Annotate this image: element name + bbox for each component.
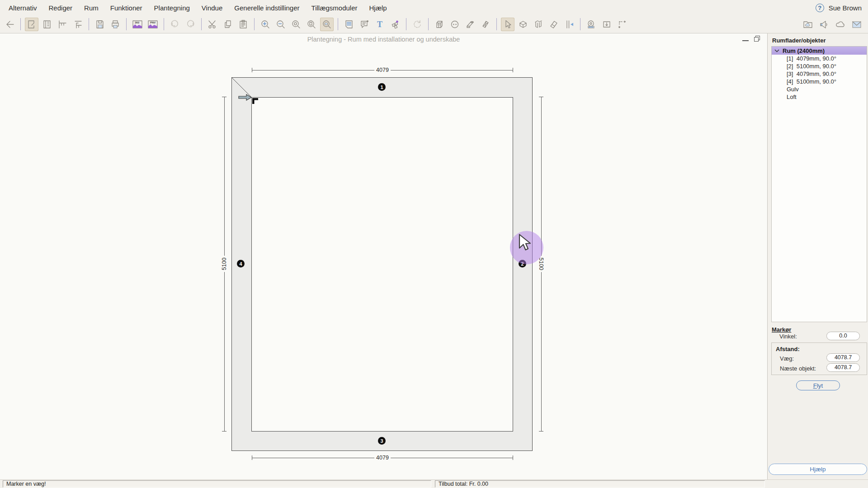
notes-icon[interactable] <box>342 18 356 31</box>
zoom-in-icon[interactable] <box>259 18 272 31</box>
toolbar-separator <box>89 18 89 30</box>
canvas-area[interactable]: Plantegning - Rum med installationer og … <box>0 33 767 479</box>
help-icon[interactable]: ? <box>816 4 824 12</box>
zoom-window-icon[interactable] <box>320 18 334 31</box>
copy-icon[interactable] <box>221 18 235 31</box>
toolbar-separator <box>580 18 580 30</box>
dimension-tick <box>513 68 513 72</box>
cloud-icon[interactable] <box>834 18 847 31</box>
wall-marker-1: 1 <box>378 83 386 91</box>
back-icon[interactable] <box>3 18 16 31</box>
pipe-icon[interactable] <box>463 18 477 31</box>
photo-pnv-icon[interactable]: PNV <box>146 18 160 31</box>
toolbar-separator <box>164 18 164 30</box>
folder-cloud-icon[interactable] <box>801 18 815 31</box>
text-tool-icon[interactable]: T <box>373 18 387 31</box>
vaeg-label: Væg: <box>780 355 794 362</box>
panel-header: Rumflader/objekter <box>772 37 826 44</box>
zoom-out-icon[interactable] <box>274 18 288 31</box>
tree-item-room[interactable]: Rum (2400mm) <box>772 47 867 55</box>
menu-plantegning[interactable]: Plantegning <box>148 4 196 12</box>
toolbar-separator <box>20 18 21 30</box>
tree-item-gulv[interactable]: Gulv <box>772 85 867 93</box>
tree-item-wall-2[interactable]: [2] 5100mm, 90.0° <box>772 62 867 70</box>
wall-marker-3: 3 <box>378 437 386 445</box>
flyt-button[interactable]: Flyt <box>796 380 840 390</box>
level-icon[interactable] <box>600 18 613 31</box>
naeste-objekt-field[interactable]: 4078.7 <box>826 363 860 372</box>
menu-funktioner[interactable]: Funktioner <box>104 4 148 12</box>
naeste-objekt-label: Næste objekt: <box>780 365 816 372</box>
tree-item-wall-1[interactable]: [1] 4079mm, 90.0° <box>772 55 867 62</box>
materials-icon[interactable] <box>388 18 402 31</box>
room-object-tree: Rum (2400mm) [1] 4079mm, 90.0° [2] 5100m… <box>771 46 867 322</box>
zoom-fit-icon[interactable] <box>305 18 318 31</box>
mail-icon[interactable] <box>850 18 863 31</box>
tape-measure-icon[interactable] <box>585 18 598 31</box>
room-floor[interactable] <box>251 97 513 432</box>
workspace: Plantegning - Rum med installationer og … <box>0 33 868 479</box>
tree-item-loft[interactable]: Loft <box>772 93 867 101</box>
save-icon[interactable] <box>93 18 107 31</box>
align-distribute-icon[interactable] <box>562 18 576 31</box>
menu-vindue[interactable]: Vindue <box>196 4 228 12</box>
dimension-tick <box>539 97 543 97</box>
view-3d-icon[interactable] <box>516 18 530 31</box>
floorplan-view-icon[interactable] <box>25 18 38 31</box>
menu-rediger[interactable]: Rediger <box>43 4 79 12</box>
redo-icon[interactable] <box>184 18 197 31</box>
dimension-label-left: 5100 <box>221 256 227 272</box>
hjaelp-button[interactable]: Hjælp <box>769 464 867 475</box>
restore-icon[interactable] <box>754 36 760 42</box>
svg-text:T: T <box>377 20 382 29</box>
right-panel: Rumflader/objekter Rum (2400mm) [1] 4079… <box>767 33 868 479</box>
status-total: Tilbud total: Fr. 0.00 <box>435 480 765 488</box>
tree-item-wall-4[interactable]: [4] 5100mm, 90.0° <box>772 78 867 85</box>
photo-360-icon[interactable]: 360 <box>131 18 144 31</box>
status-message: Marker en væg! <box>3 480 431 488</box>
dimension-vertical-icon[interactable] <box>71 18 85 31</box>
chevron-down-icon <box>774 49 779 52</box>
app-root: Alternativ Rediger Rum Funktioner Plante… <box>0 0 868 488</box>
user-name[interactable]: Sue Brown <box>829 4 862 12</box>
vinkel-field[interactable]: 0.0 <box>826 332 860 340</box>
dimension-tick <box>252 455 252 460</box>
walls-3d-icon[interactable] <box>532 18 545 31</box>
vinkel-label: Vinkel: <box>779 333 797 340</box>
menu-alternativ[interactable]: Alternativ <box>3 4 43 12</box>
tree-item-wall-3[interactable]: [3] 4079mm, 90.0° <box>772 70 867 78</box>
move-points-icon[interactable] <box>615 18 629 31</box>
dimension-label-bottom: 4079 <box>374 455 391 461</box>
roof-3d-icon[interactable] <box>547 18 561 31</box>
menu-tillaegsmoduler[interactable]: Tillægsmoduler <box>306 4 363 12</box>
duct-icon[interactable] <box>479 18 492 31</box>
zoom-actual-icon[interactable] <box>289 18 303 31</box>
menu-rum[interactable]: Rum <box>78 4 104 12</box>
announce-icon[interactable] <box>817 18 831 31</box>
toolbar-separator <box>406 18 406 30</box>
dimension-horizontal-icon[interactable] <box>56 18 69 31</box>
vaeg-field[interactable]: 4078.7 <box>826 353 860 362</box>
toolbar-separator <box>201 18 202 30</box>
cursor-highlight <box>510 231 543 264</box>
dimension-tick <box>252 68 252 72</box>
status-bar: Marker en væg! Tilbud total: Fr. 0.00 <box>0 479 868 488</box>
cabinet-icon[interactable] <box>433 18 446 31</box>
menu-generelle-indstillinger[interactable]: Generelle indstillinger <box>228 4 305 12</box>
rotate-icon[interactable] <box>410 18 424 31</box>
undo-icon[interactable] <box>168 18 182 31</box>
elevation-view-icon[interactable] <box>40 18 54 31</box>
select-icon[interactable] <box>501 18 514 31</box>
print-icon[interactable] <box>108 18 122 31</box>
toolbar-separator <box>338 18 338 30</box>
comment-icon[interactable] <box>358 18 371 31</box>
minimize-icon[interactable] <box>742 40 749 41</box>
wall-marker-4: 4 <box>237 260 245 267</box>
paste-icon[interactable] <box>236 18 250 31</box>
dimension-tick <box>539 431 543 432</box>
toolbar-separator <box>254 18 255 30</box>
outlet-icon[interactable] <box>448 18 462 31</box>
cut-icon[interactable] <box>206 18 219 31</box>
menu-hjaelp[interactable]: Hjælp <box>363 4 393 12</box>
markor-section-title: Markør <box>772 326 791 333</box>
